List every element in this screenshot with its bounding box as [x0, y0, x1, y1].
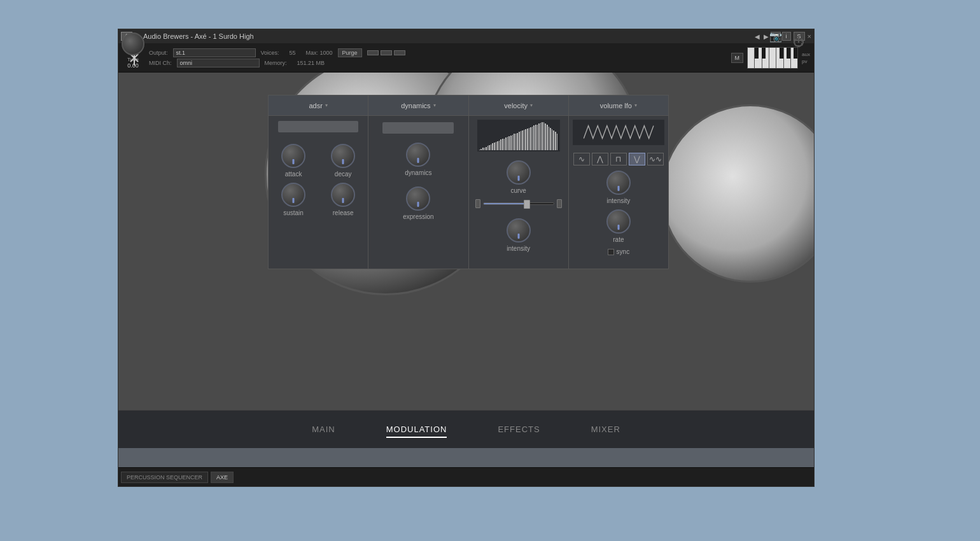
velocity-bar [552, 129, 553, 150]
velocity-bar [479, 150, 480, 150]
release-label: release [333, 209, 354, 216]
camera-icon[interactable]: 📷 [771, 32, 781, 41]
velocity-bar [522, 130, 523, 150]
axe-tab[interactable]: AXE [211, 472, 234, 483]
velocity-bars-display [477, 120, 560, 151]
velocity-intensity-knob[interactable] [507, 218, 531, 242]
lfo-rev-sawtooth-btn[interactable]: ∿∿ [647, 153, 664, 165]
close-button[interactable]: × [808, 32, 811, 40]
tune-knob[interactable] [122, 32, 144, 55]
purge-button[interactable]: Purge [338, 48, 362, 57]
dynamics-knob-container: dynamics [405, 143, 431, 176]
velocity-dropdown-arrow[interactable]: ▾ [530, 102, 533, 108]
output-label: Output: [149, 50, 168, 56]
velocity-bar [542, 122, 543, 150]
velocity-bar [508, 136, 510, 150]
fader-2[interactable] [381, 50, 392, 55]
adsr-graph-bar [278, 121, 358, 132]
lfo-intensity-knob-container: intensity [606, 171, 631, 204]
release-knob[interactable] [331, 183, 355, 207]
velocity-header[interactable]: velocity ▾ [469, 95, 568, 116]
adsr-dropdown-arrow[interactable]: ▾ [325, 102, 328, 108]
velocity-bar [482, 148, 484, 150]
velocity-intensity-label: intensity [507, 245, 530, 252]
tab-effects[interactable]: EFFECTS [498, 422, 540, 437]
drum-circle-3 [661, 104, 814, 283]
velocity-bar [487, 146, 489, 150]
sync-checkbox[interactable] [608, 249, 614, 255]
velocity-bar [486, 147, 487, 150]
slider-thumb[interactable] [524, 200, 530, 209]
volume-lfo-section: volume lfo ▾ ∿ ⋀ ⊓ ⋁ [569, 95, 668, 269]
nav-arrow-next[interactable]: ▶ [764, 33, 769, 40]
fader-controls [367, 50, 405, 55]
slider-track[interactable] [483, 202, 554, 205]
midi-row: MIDI Ch: omni Memory: 151.21 MB [149, 59, 731, 67]
fader-3[interactable] [394, 50, 405, 55]
aux-pv-area: aux pv [802, 52, 810, 64]
slider-right-handle[interactable] [557, 199, 562, 208]
velocity-bar [510, 136, 512, 150]
lfo-rate-knob[interactable] [606, 209, 631, 234]
lfo-sawtooth-btn[interactable]: ⋁ [629, 153, 645, 165]
nav-arrow-prev[interactable]: ◀ [755, 33, 760, 40]
kontakt-header: Output: st.1 Voices: 55 Max: 1000 Purge … [118, 43, 814, 73]
release-knob-container: release [322, 183, 364, 216]
velocity-bar [525, 129, 526, 150]
instrument-title: Audio Brewers - Axé - 1 Surdo High [143, 32, 753, 40]
velocity-bar [553, 130, 554, 150]
drum-background: adsr ▾ attack decay [118, 73, 814, 448]
expression-knob[interactable] [406, 186, 430, 211]
fader-1[interactable] [367, 50, 379, 55]
lfo-square-btn[interactable]: ⊓ [610, 153, 627, 165]
curve-knob[interactable] [507, 160, 531, 185]
dynamics-header[interactable]: dynamics ▾ [368, 95, 468, 116]
attack-knob[interactable] [281, 144, 305, 168]
decay-knob[interactable] [331, 144, 355, 168]
tab-mixer[interactable]: MIXER [591, 422, 620, 437]
tab-main[interactable]: MAIN [312, 422, 335, 437]
slider-left-handle[interactable] [475, 199, 480, 208]
sustain-knob-container: sustain [272, 183, 314, 216]
memory-value: 151.21 MB [297, 60, 325, 66]
volume-lfo-dropdown-arrow[interactable]: ▾ [634, 102, 637, 108]
velocity-bar [533, 125, 535, 150]
velocity-bar [545, 123, 546, 150]
dynamics-knob[interactable] [406, 143, 430, 167]
main-window: ▸ Audio Brewers - Axé - 1 Surdo High ◀ ▶… [118, 29, 815, 487]
lfo-triangle-btn[interactable]: ⋀ [592, 153, 608, 165]
volume-lfo-header[interactable]: volume lfo ▾ [569, 95, 668, 116]
tune-keyboard-area: M Tune 0.00 [731, 47, 810, 69]
midi-select[interactable]: omni [177, 59, 260, 67]
output-select[interactable]: st.1 [173, 48, 256, 57]
lfo-sine-btn[interactable]: ∿ [573, 153, 590, 165]
memory-label: Memory: [265, 60, 287, 66]
decay-label: decay [335, 171, 352, 178]
velocity-bar [494, 143, 495, 150]
volume-lfo-body: ∿ ⋀ ⊓ ⋁ ∿∿ intensity rate [569, 116, 668, 269]
velocity-bar [543, 122, 545, 150]
velocity-range-slider[interactable] [473, 199, 564, 208]
tab-modulation[interactable]: MODULATION [386, 422, 447, 437]
velocity-bar [512, 135, 514, 150]
velocity-bar [547, 125, 548, 150]
lfo-rate-knob-container: rate [606, 209, 631, 243]
m-button[interactable]: M [731, 53, 744, 63]
dynamics-dropdown-arrow[interactable]: ▾ [433, 102, 436, 108]
velocity-bar [537, 125, 538, 150]
percussion-sequencer-tab[interactable]: PERCUSSION SEQUENCER [121, 472, 208, 483]
sustain-knob[interactable] [281, 183, 305, 207]
velocity-bar [557, 134, 558, 150]
velocity-bar [491, 144, 492, 150]
info-icon[interactable]: i [782, 32, 791, 41]
velocity-bar [527, 129, 528, 150]
tune-label: Tune [127, 57, 139, 62]
lfo-intensity-knob[interactable] [606, 171, 631, 195]
lfo-rate-label: rate [613, 236, 624, 243]
velocity-bar [538, 123, 540, 150]
adsr-header[interactable]: adsr ▾ [269, 95, 368, 116]
attack-knob-container: attack [272, 144, 314, 178]
sync-row: sync [608, 248, 630, 255]
velocity-bar [499, 141, 500, 150]
mini-keyboard[interactable] [747, 47, 798, 69]
